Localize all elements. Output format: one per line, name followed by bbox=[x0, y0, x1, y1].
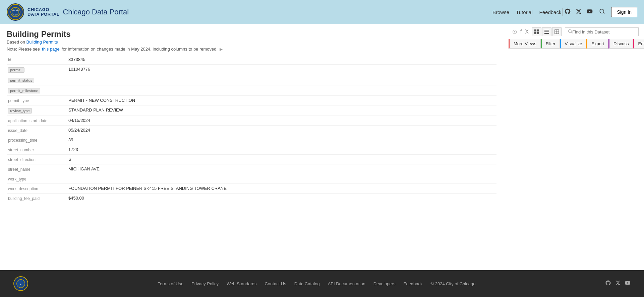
note-arrow-icon[interactable]: ▶ bbox=[220, 47, 223, 52]
note-link[interactable]: this page bbox=[42, 47, 60, 52]
search-dataset-input[interactable] bbox=[572, 29, 636, 34]
table-row: permit_milestone bbox=[7, 85, 496, 96]
footer-data-catalog[interactable]: Data Catalog bbox=[294, 281, 320, 286]
header: CHICAGO ★ ★ ★ ILLINOIS CHICAGO DATA PORT… bbox=[0, 0, 644, 24]
footer-developers[interactable]: Developers bbox=[373, 281, 396, 286]
twitter-share-icon[interactable]: X bbox=[525, 29, 529, 35]
field-label: permit_milestone bbox=[8, 87, 68, 93]
header-icons: Sign In bbox=[564, 7, 637, 17]
tab-discuss[interactable]: Discuss bbox=[608, 39, 633, 49]
svg-point-16 bbox=[569, 30, 572, 33]
footer-seal-icon: ★ bbox=[16, 279, 25, 288]
search-dataset-icon bbox=[568, 29, 572, 34]
tab-filter[interactable]: Filter bbox=[541, 39, 560, 49]
field-value: 1723 bbox=[68, 147, 495, 152]
field-value: 39 bbox=[68, 137, 495, 142]
nav-feedback[interactable]: Feedback bbox=[539, 9, 562, 15]
chicago-seal-icon: CHICAGO ★ ★ ★ ILLINOIS bbox=[10, 7, 21, 17]
site-title: Chicago Data Portal bbox=[63, 8, 129, 16]
facebook-icon[interactable]: f bbox=[520, 29, 522, 35]
table-row: street_nameMICHIGAN AVE bbox=[7, 164, 496, 174]
youtube-icon[interactable] bbox=[586, 8, 593, 16]
logo-text: CHICAGO DATA PORTAL bbox=[27, 7, 59, 17]
logo-line2: DATA PORTAL bbox=[27, 12, 59, 17]
table-row: id3373845 bbox=[7, 55, 496, 65]
field-label: building_fee_paid bbox=[8, 196, 68, 201]
table-row: issue_date05/24/2024 bbox=[7, 126, 496, 135]
tab-export[interactable]: Export bbox=[586, 39, 608, 49]
based-on: Based on Building Permits bbox=[7, 40, 496, 45]
main-wrapper: Building Permits Based on Building Permi… bbox=[0, 24, 644, 270]
toolbar-icons: ☉ f X bbox=[512, 29, 529, 35]
footer-feedback[interactable]: Feedback bbox=[403, 281, 422, 286]
content-area: Building Permits Based on Building Permi… bbox=[0, 24, 503, 270]
github-icon[interactable] bbox=[564, 8, 571, 16]
svg-rect-6 bbox=[534, 29, 536, 31]
tab-visualize[interactable]: Visualize bbox=[560, 39, 587, 49]
table-row: work_descriptionFOUNDATION PERMIT FOR PE… bbox=[7, 184, 496, 194]
logo-inner: CHICAGO ★ ★ ★ ILLINOIS bbox=[7, 4, 23, 20]
table-row: street_number1723 bbox=[7, 145, 496, 155]
table-row: building_fee_paid$450.00 bbox=[7, 194, 496, 203]
field-label: permit_type bbox=[8, 98, 68, 103]
field-label: id bbox=[8, 57, 68, 62]
svg-text:★ ★ ★: ★ ★ ★ bbox=[14, 12, 17, 14]
footer-copyright: © 2024 City of Chicago bbox=[431, 281, 476, 286]
tab-more-views[interactable]: More Views bbox=[509, 39, 541, 49]
footer-privacy[interactable]: Privacy Policy bbox=[191, 281, 219, 286]
svg-text:CHICAGO: CHICAGO bbox=[12, 10, 19, 11]
field-label: permit_ bbox=[8, 67, 68, 73]
nav-tutorial[interactable]: Tutorial bbox=[516, 9, 532, 15]
field-value: $450.00 bbox=[68, 196, 495, 201]
grid-view-button[interactable] bbox=[532, 27, 541, 36]
right-panel: ☉ f X bbox=[503, 24, 644, 270]
page-title: Building Permits bbox=[7, 29, 496, 39]
svg-rect-13 bbox=[555, 30, 559, 34]
based-on-link[interactable]: Building Permits bbox=[26, 40, 58, 45]
based-on-label: Based on bbox=[7, 40, 25, 45]
svg-rect-11 bbox=[544, 31, 549, 32]
field-value: 101048776 bbox=[68, 67, 495, 72]
field-label: issue_date bbox=[8, 128, 68, 133]
logo-circle: CHICAGO ★ ★ ★ ILLINOIS bbox=[7, 3, 24, 21]
footer-social-icons bbox=[605, 280, 631, 287]
field-value: PERMIT - NEW CONSTRUCTION bbox=[68, 98, 495, 103]
twitter-x-icon[interactable] bbox=[576, 8, 582, 16]
field-label: street_name bbox=[8, 166, 68, 172]
field-value: MICHIGAN AVE bbox=[68, 166, 495, 171]
rss-icon[interactable]: ☉ bbox=[512, 29, 517, 35]
footer-contact[interactable]: Contact Us bbox=[265, 281, 286, 286]
field-label: permit_status bbox=[8, 77, 68, 83]
field-label: work_type bbox=[8, 176, 68, 181]
table-view-button[interactable] bbox=[552, 27, 562, 36]
svg-text:★: ★ bbox=[20, 283, 22, 285]
nav-browse[interactable]: Browse bbox=[492, 9, 509, 15]
tab-bar: More Views Filter Visualize Export Discu… bbox=[509, 39, 639, 49]
sign-in-button[interactable]: Sign In bbox=[611, 7, 637, 17]
table-row: permit_status bbox=[7, 75, 496, 85]
field-label: street_direction bbox=[8, 157, 68, 162]
search-button[interactable] bbox=[598, 7, 606, 17]
search-dataset bbox=[565, 27, 639, 36]
list-view-button[interactable] bbox=[542, 27, 551, 36]
footer-web-standards[interactable]: Web Standards bbox=[227, 281, 256, 286]
footer-github-icon[interactable] bbox=[605, 280, 611, 287]
svg-rect-12 bbox=[544, 33, 549, 34]
field-value: 04/15/2024 bbox=[68, 118, 495, 123]
footer-twitter-icon[interactable] bbox=[615, 280, 621, 287]
field-value: STANDARD PLAN REVIEW bbox=[68, 107, 495, 113]
footer-youtube-icon[interactable] bbox=[625, 280, 631, 287]
field-value: 05/24/2024 bbox=[68, 128, 495, 133]
table-row: permit_101048776 bbox=[7, 65, 496, 75]
footer-logo: ★ bbox=[13, 276, 28, 291]
svg-rect-8 bbox=[534, 32, 536, 34]
footer-api-docs[interactable]: API Documentation bbox=[328, 281, 365, 286]
tab-embed[interactable]: Embed bbox=[633, 39, 644, 49]
logo-link[interactable]: CHICAGO ★ ★ ★ ILLINOIS CHICAGO DATA PORT… bbox=[7, 3, 59, 21]
field-label: street_number bbox=[8, 147, 68, 152]
note-bar: Note: Please see this page for informati… bbox=[7, 47, 496, 52]
field-label: application_start_date bbox=[8, 118, 68, 123]
view-toggles bbox=[532, 27, 562, 36]
footer-nav: Terms of Use Privacy Policy Web Standard… bbox=[28, 281, 605, 286]
footer-terms[interactable]: Terms of Use bbox=[158, 281, 184, 286]
